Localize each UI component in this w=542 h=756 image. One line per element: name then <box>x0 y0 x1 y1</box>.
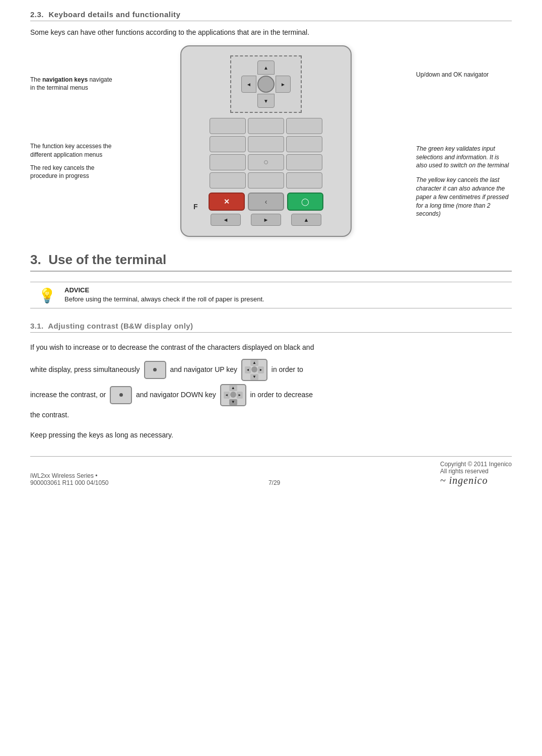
red-key: ✕ <box>209 193 245 211</box>
arrow-key-right: ► <box>251 214 281 226</box>
func-key-label: The function key accesses the different … <box>30 142 116 158</box>
contrast-line3: increase the contrast, or and navigator … <box>30 384 512 406</box>
keyboard-diagram-area: The navigation keys navigate in the term… <box>30 45 512 237</box>
arrow-key-up: ▲ <box>291 214 321 226</box>
contrast-line2-suffix: in order to <box>272 362 303 377</box>
key-4 <box>210 136 246 152</box>
section-31-heading: 3.1. Adjusting contrast (B&W display onl… <box>30 322 512 333</box>
dpad-down: ▼ <box>257 94 275 108</box>
footer: iWL2xx Wireless Series • 900003061 R11 0… <box>30 456 512 486</box>
key-11 <box>248 172 284 188</box>
contrast-line3-prefix: increase the contrast, or <box>30 387 106 403</box>
keyboard-image: ▲ ◄ ► ▼ <box>180 45 352 237</box>
footer-rights: All rights reserved <box>440 468 512 475</box>
key-9 <box>286 154 322 170</box>
contrast-line3-mid: and navigator DOWN key <box>136 387 216 403</box>
key-3 <box>286 118 322 134</box>
ingenico-logo: ~ ingenico <box>440 475 512 486</box>
contrast-line1: If you wish to increase or to decrease t… <box>30 342 512 354</box>
updown-label: Up/down and OK navigator <box>416 71 512 79</box>
advice-text: Before using the terminal, always check … <box>64 295 504 303</box>
key-7 <box>210 154 246 170</box>
dot-indicator <box>264 160 268 164</box>
contrast-line4: the contrast. <box>30 409 512 421</box>
keyboard-center: ▲ ◄ ► ▼ <box>121 45 411 237</box>
right-labels: Up/down and OK navigator The green key v… <box>411 45 512 228</box>
key-2 <box>248 118 284 134</box>
yellow-key-label: The yellow key cancels the last characte… <box>416 176 512 218</box>
dpad: ▲ ◄ ► ▼ <box>241 60 291 108</box>
key-10 <box>210 172 246 188</box>
dpad-right: ► <box>276 76 291 93</box>
dot-key-inline2 <box>110 386 132 404</box>
green-key-label: The green key validates input selections… <box>416 145 512 170</box>
footer-left-line1: iWL2xx Wireless Series • <box>30 472 108 479</box>
key-1 <box>210 118 246 134</box>
advice-box: 💡 ADVICE Before using the terminal, alwa… <box>30 282 512 308</box>
advice-icon: 💡 <box>38 287 56 304</box>
key-5 <box>248 136 284 152</box>
bottom-arrows-row: ◄ ► ▲ <box>211 214 321 226</box>
contrast-line2: white display, press simultaneously and … <box>30 359 512 381</box>
footer-right: Copyright © 2011 Ingenico All rights res… <box>440 461 512 486</box>
left-labels: The navigation keys navigate in the term… <box>30 45 121 190</box>
contrast-line5: Keep pressing the keys as long as necess… <box>30 429 512 442</box>
dot-key-inline <box>144 361 166 379</box>
footer-left: iWL2xx Wireless Series • 900003061 R11 0… <box>30 472 108 486</box>
dpad-up: ▲ <box>257 60 275 75</box>
bottom-keys-row: ✕ ‹ ◯ <box>209 193 323 211</box>
dpad-left: ◄ <box>241 76 256 93</box>
key-6 <box>286 136 322 152</box>
nav-up-key-inline: ▲ ◄ ► ▼ <box>241 359 267 381</box>
section-3-heading: 3. Use of the terminal <box>30 252 512 272</box>
numkeys-grid <box>210 118 322 188</box>
footer-center: 7/29 <box>268 479 280 486</box>
contrast-line2-mid: and navigator UP key <box>170 362 237 377</box>
green-key: ◯ <box>287 193 323 211</box>
arrow-key-left: ◄ <box>211 214 241 226</box>
nav-down-key-inline: ▲ ◄ ► ▼ <box>220 384 246 406</box>
dpad-ok <box>257 76 275 93</box>
footer-left-line2: 900003061 R11 000 04/1050 <box>30 479 108 486</box>
contrast-line3-suffix: in order to decrease <box>250 387 313 403</box>
contrast-line2-prefix: white display, press simultaneously <box>30 362 140 377</box>
advice-title: ADVICE <box>64 286 504 294</box>
intro-paragraph: Some keys can have other functions accor… <box>30 28 512 36</box>
advice-content: ADVICE Before using the terminal, always… <box>64 286 504 303</box>
func-label: F <box>193 203 198 211</box>
key-12 <box>286 172 322 188</box>
red-key-label: The red key cancels the procedure in pro… <box>30 164 116 180</box>
back-key: ‹ <box>248 193 284 211</box>
key-8 <box>248 154 284 170</box>
footer-copyright: Copyright © 2011 Ingenico <box>440 461 512 468</box>
section-23-heading: 2.3. Keyboard details and functionality <box>30 10 512 21</box>
nav-keys-label: The navigation keys navigate in the term… <box>30 76 116 92</box>
